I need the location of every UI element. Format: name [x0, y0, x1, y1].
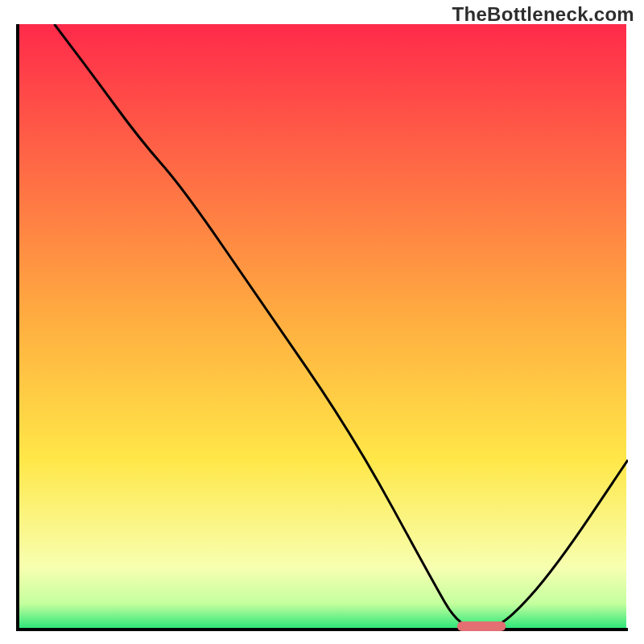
optimal-range-marker [457, 621, 506, 631]
chart-area [16, 24, 628, 636]
watermark-text: TheBottleneck.com [452, 3, 634, 26]
gradient-background [18, 24, 626, 628]
chart-svg [16, 24, 628, 636]
